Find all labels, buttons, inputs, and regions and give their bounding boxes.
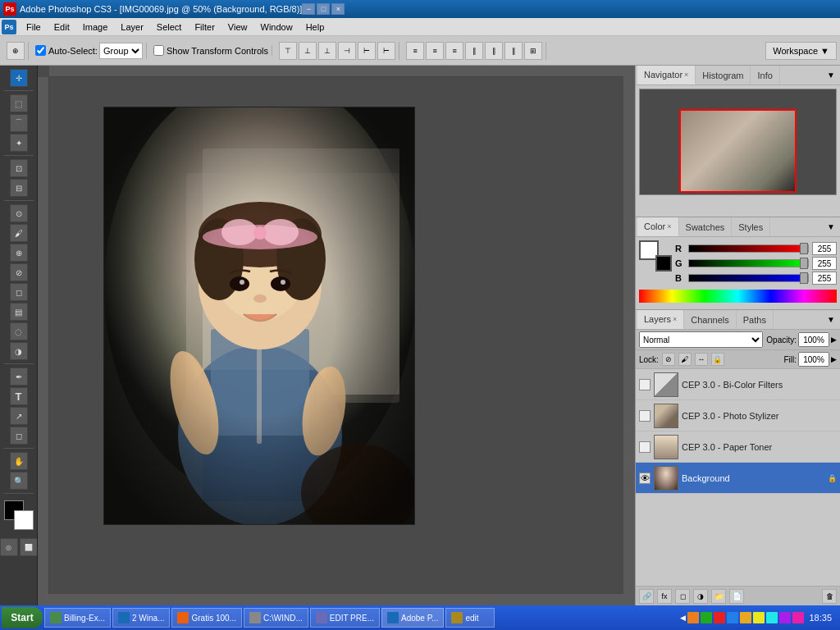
vertical-scrollbar[interactable] bbox=[623, 66, 635, 605]
taskbar-windows[interactable]: 2 Wina... bbox=[112, 608, 170, 628]
minimize-button[interactable]: − bbox=[302, 3, 315, 15]
slice-tool[interactable]: ⊟ bbox=[10, 179, 28, 197]
dist-center-h-btn[interactable]: ∥ bbox=[485, 42, 503, 60]
tab-navigator[interactable]: Navigator × bbox=[637, 66, 696, 84]
spot-heal-tool[interactable]: ⊙ bbox=[10, 204, 28, 222]
auto-align-btn[interactable]: ⊞ bbox=[524, 42, 542, 60]
pen-tool[interactable]: ✒ bbox=[10, 368, 28, 386]
dist-top-btn[interactable]: ≡ bbox=[406, 42, 424, 60]
tray-arrow[interactable]: ◀ bbox=[680, 614, 686, 622]
dist-center-v-btn[interactable]: ≡ bbox=[426, 42, 444, 60]
align-center-h-btn[interactable]: ⊢ bbox=[358, 42, 376, 60]
zoom-tool[interactable]: 🔍 bbox=[10, 472, 28, 490]
align-top-btn[interactable]: ⊤ bbox=[279, 42, 297, 60]
align-bottom-btn[interactable]: ⊥ bbox=[318, 42, 336, 60]
color-close[interactable]: × bbox=[667, 222, 671, 231]
move-tool-btn[interactable]: ⊕ bbox=[7, 42, 25, 60]
menu-help[interactable]: Help bbox=[299, 21, 331, 34]
menu-window[interactable]: Window bbox=[254, 21, 299, 34]
align-left-btn[interactable]: ⊣ bbox=[338, 42, 356, 60]
nav-view-box[interactable] bbox=[679, 109, 797, 193]
layer-item[interactable]: CEP 3.0 - Photo Stylizer bbox=[636, 400, 840, 431]
tab-layers[interactable]: Layers × bbox=[637, 310, 684, 329]
opacity-input[interactable] bbox=[798, 332, 829, 347]
taskbar-adobep[interactable]: Adobe P... bbox=[381, 608, 444, 628]
layer-new-btn[interactable]: 📄 bbox=[729, 589, 744, 604]
lock-transparent-btn[interactable]: ⊘ bbox=[662, 353, 675, 366]
align-center-v-btn[interactable]: ⊥ bbox=[299, 42, 317, 60]
tab-info[interactable]: Info bbox=[751, 66, 779, 84]
layer-mask-btn[interactable]: ◻ bbox=[675, 589, 690, 604]
start-button[interactable]: Start bbox=[2, 607, 43, 628]
tab-channels[interactable]: Channels bbox=[684, 310, 736, 329]
layers-collapse-btn[interactable]: ▼ bbox=[824, 315, 838, 324]
tab-styles[interactable]: Styles bbox=[732, 217, 770, 236]
background-swatch[interactable] bbox=[655, 255, 672, 272]
layer-visibility-toggle[interactable] bbox=[639, 410, 651, 422]
layer-group-btn[interactable]: 📁 bbox=[711, 589, 726, 604]
tab-histogram[interactable]: Histogram bbox=[696, 66, 751, 84]
taskbar-edit[interactable]: edit bbox=[445, 608, 495, 628]
r-slider[interactable] bbox=[688, 244, 809, 253]
b-value[interactable] bbox=[812, 272, 837, 285]
taskbar-editpre[interactable]: EDIT PRE... bbox=[310, 608, 380, 628]
quick-mask-btn[interactable]: ◎ bbox=[0, 538, 18, 556]
background-color[interactable] bbox=[14, 510, 34, 530]
auto-select-dropdown[interactable]: Group Layer bbox=[99, 43, 143, 59]
color-selector[interactable] bbox=[4, 500, 34, 530]
horizontal-scrollbar[interactable] bbox=[38, 594, 623, 605]
dodge-tool[interactable]: ◑ bbox=[10, 342, 28, 360]
hand-tool[interactable]: ✋ bbox=[10, 452, 28, 470]
align-right-btn[interactable]: ⊢ bbox=[377, 42, 395, 60]
maximize-button[interactable]: □ bbox=[317, 3, 330, 15]
blur-tool[interactable]: ◌ bbox=[10, 322, 28, 340]
layers-close[interactable]: × bbox=[673, 315, 677, 323]
layer-item[interactable]: CEP 3.0 - Bi-Color Filters bbox=[636, 369, 840, 400]
layer-fx-btn[interactable]: fx bbox=[657, 589, 672, 604]
tab-color[interactable]: Color × bbox=[637, 217, 679, 236]
history-tool[interactable]: ⊘ bbox=[10, 263, 28, 281]
layer-adj-btn[interactable]: ◑ bbox=[693, 589, 708, 604]
menu-edit[interactable]: Edit bbox=[48, 21, 76, 34]
layer-visibility-toggle-bg[interactable]: 👁 bbox=[639, 472, 651, 484]
fill-arrow[interactable]: ▶ bbox=[831, 355, 837, 363]
menu-select[interactable]: Select bbox=[150, 21, 189, 34]
lock-move-btn[interactable]: ↔ bbox=[695, 353, 708, 366]
color-preview[interactable] bbox=[639, 240, 672, 272]
g-value[interactable] bbox=[812, 257, 837, 270]
auto-select-checkbox[interactable] bbox=[35, 45, 46, 56]
dist-left-btn[interactable]: ∥ bbox=[465, 42, 483, 60]
magic-wand-tool[interactable]: ✦ bbox=[10, 134, 28, 152]
move-tool[interactable]: ✛ bbox=[10, 69, 28, 87]
workspace-button[interactable]: Workspace ▼ bbox=[765, 42, 837, 60]
tab-paths[interactable]: Paths bbox=[737, 310, 774, 329]
taskbar-cwindows[interactable]: C:\WIND... bbox=[244, 608, 308, 628]
eraser-tool[interactable]: ◻ bbox=[10, 283, 28, 301]
gradient-tool[interactable]: ▤ bbox=[10, 303, 28, 321]
color-spectrum-bar[interactable] bbox=[639, 290, 837, 303]
menu-image[interactable]: Image bbox=[76, 21, 115, 34]
close-button[interactable]: × bbox=[331, 3, 345, 15]
menu-filter[interactable]: Filter bbox=[188, 21, 221, 34]
transform-checkbox[interactable] bbox=[153, 45, 164, 56]
dist-bottom-btn[interactable]: ≡ bbox=[445, 42, 463, 60]
menu-layer[interactable]: Layer bbox=[114, 21, 150, 34]
layer-item[interactable]: CEP 3.0 - Paper Toner bbox=[636, 431, 840, 463]
brush-tool[interactable]: 🖌 bbox=[10, 224, 28, 242]
layer-visibility-toggle[interactable] bbox=[639, 441, 651, 453]
fill-input[interactable] bbox=[798, 352, 829, 367]
dist-right-btn[interactable]: ∥ bbox=[504, 42, 523, 60]
screen-mode-btn[interactable]: ⬜ bbox=[20, 538, 38, 556]
b-slider[interactable] bbox=[688, 274, 809, 282]
shape-tool[interactable]: ◻ bbox=[10, 427, 28, 445]
lasso-tool[interactable]: ⌒ bbox=[10, 114, 28, 132]
g-slider[interactable] bbox=[688, 259, 809, 267]
r-value[interactable] bbox=[812, 242, 837, 255]
layer-item-background[interactable]: 👁 Background 🔒 bbox=[636, 463, 840, 494]
color-collapse-btn[interactable]: ▼ bbox=[824, 222, 838, 231]
navigator-collapse-btn[interactable]: ▼ bbox=[824, 71, 838, 80]
navigator-close[interactable]: × bbox=[684, 71, 688, 79]
path-select-tool[interactable]: ↗ bbox=[10, 407, 28, 425]
layer-link-btn[interactable]: 🔗 bbox=[639, 589, 654, 604]
menu-file[interactable]: File bbox=[20, 21, 48, 34]
